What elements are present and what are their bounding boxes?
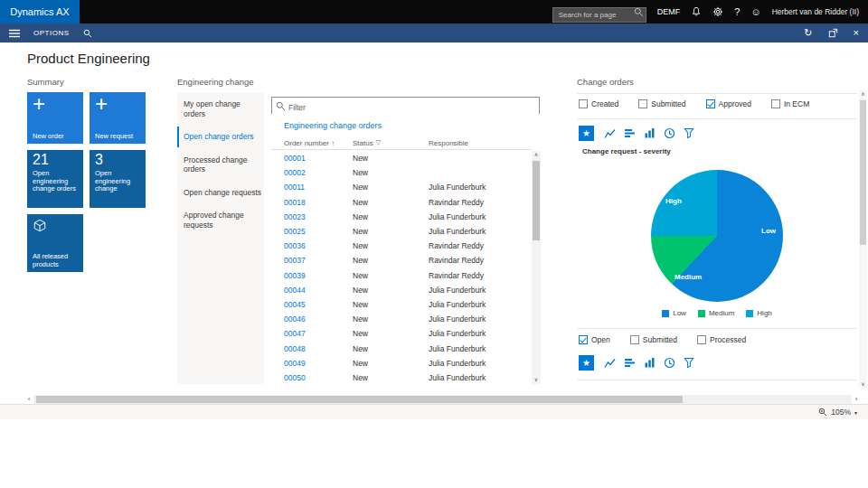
menu-item[interactable]: My open change orders [177,94,264,124]
close-icon[interactable]: × [854,28,859,38]
table-row[interactable]: 00037 New Ravindar Reddy [284,253,532,267]
checkbox-box [579,335,588,344]
column-header-order-number[interactable]: Order number ↑ [284,139,353,147]
menu-item[interactable]: Processed change orders [177,150,264,180]
order-number-link[interactable]: 00047 [284,329,353,338]
legend-label: High [757,309,771,317]
scroll-up-icon[interactable]: ∧ [532,151,541,159]
order-number-link[interactable]: 00001 [284,154,353,163]
order-number-link[interactable]: 00049 [284,359,353,368]
filter-checkbox[interactable]: Open [579,335,610,344]
zoom-control[interactable]: 105% ▾ [818,408,857,417]
help-icon[interactable]: ? [734,7,740,17]
order-number-link[interactable]: 00018 [284,198,353,207]
horizontal-scrollbar-track[interactable] [33,395,852,404]
metric-tile[interactable]: 3 Open engineering change [90,150,146,208]
history-clock-icon[interactable] [664,357,675,369]
filter-checkbox[interactable]: Approved [706,99,751,108]
table-row[interactable]: 00023 New Julia Funderburk [284,210,532,224]
order-number-link[interactable]: 00036 [284,241,353,250]
favorite-star-button[interactable]: ★ [579,126,594,141]
menu-item[interactable]: Open change requests [177,183,264,203]
bar-chart-icon[interactable] [624,357,636,369]
scroll-right-icon[interactable]: › [852,395,861,404]
table-row[interactable]: 00048 New Julia Funderburk [284,341,532,355]
table-row[interactable]: 00050 New Julia Funderburk [284,371,532,384]
line-chart-icon[interactable] [604,357,616,369]
order-number-link[interactable]: 00046 [284,314,353,324]
line-chart-icon[interactable] [604,127,616,139]
hamburger-menu-icon[interactable] [9,29,20,38]
scroll-down-icon[interactable]: ∨ [532,376,541,384]
company-selector[interactable]: DEMF [657,7,681,16]
metric-tile[interactable]: 21 Open engineering change orders [27,150,83,208]
order-number-link[interactable]: 00045 [284,300,353,309]
table-row[interactable]: 00002 New [284,165,532,180]
filter-icon[interactable] [684,357,694,368]
grid-title-link[interactable]: Engineering change orders [284,121,382,130]
table-row[interactable]: 00044 New Julia Funderburk [284,283,532,297]
action-tile[interactable]: + New order [27,92,83,144]
menu-item[interactable]: Approved change requests [177,205,264,235]
status-cell: New [353,359,429,368]
filter-checkbox[interactable]: In ECM [771,99,809,108]
all-released-products-tile[interactable]: All released products [27,214,83,272]
menu-item[interactable]: Open change orders [177,127,264,147]
grid-vertical-scrollbar[interactable]: ∧ ∨ [532,151,541,384]
table-row[interactable]: 00039 New Ravindar Reddy [284,268,532,283]
order-number-link[interactable]: 00050 [284,373,353,382]
table-row[interactable]: 00025 New Julia Funderburk [284,224,532,239]
notifications-bell-icon[interactable] [691,6,702,17]
table-row[interactable]: 00018 New Ravindar Reddy [284,195,532,210]
app-brand[interactable]: Dynamics AX [0,0,80,23]
filter-checkbox[interactable]: Submitted [638,99,685,108]
order-number-link[interactable]: 00002 [284,168,353,177]
global-search-input[interactable] [552,7,646,23]
popout-icon[interactable] [828,28,838,38]
user-name[interactable]: Herbert van de Ridder (II) [772,7,859,16]
filter-checkbox[interactable]: Processed [697,335,746,344]
horizontal-scrollbar-thumb[interactable] [36,396,683,403]
filter-icon[interactable] [684,127,694,138]
settings-gear-icon[interactable] [712,6,723,17]
scroll-left-icon[interactable]: ‹ [24,395,33,404]
table-row[interactable]: 00036 New Ravindar Reddy [284,239,532,253]
order-number-link[interactable]: 00023 [284,212,353,221]
order-number-link[interactable]: 00048 [284,344,353,353]
options-tab[interactable]: OPTIONS [33,29,70,37]
order-number-link[interactable]: 00025 [284,227,353,236]
table-row[interactable]: 00045 New Julia Funderburk [284,297,532,312]
order-number-link[interactable]: 00039 [284,271,353,280]
order-number-link[interactable]: 00011 [284,183,353,192]
bar-chart-icon[interactable] [624,127,636,139]
nav-search-icon[interactable] [83,29,92,38]
page-vertical-scrollbar[interactable]: ∧ ∨ [859,90,867,389]
grid-filter-input[interactable] [272,100,539,116]
grid-scrollbar-thumb[interactable] [533,161,540,240]
filter-checkbox[interactable]: Submitted [630,335,677,344]
order-number-link[interactable]: 00044 [284,286,353,295]
filter-checkbox[interactable]: Created [579,99,618,108]
column-header-status[interactable]: Status ▽ [353,139,429,147]
search-icon[interactable] [634,7,644,17]
refresh-icon[interactable]: ↻ [804,28,812,38]
column-chart-icon[interactable] [644,127,656,139]
pie-chart[interactable] [651,170,783,302]
pie-label-medium: Medium [675,273,702,281]
page-scrollbar-thumb[interactable] [860,100,866,245]
feedback-smiley-icon[interactable]: ☺ [750,7,760,17]
action-tile[interactable]: + New request [90,92,146,144]
table-row[interactable]: 00049 New Julia Funderburk [284,356,532,371]
table-row[interactable]: 00047 New Julia Funderburk [284,326,532,341]
favorite-star-button[interactable]: ★ [579,355,594,371]
column-chart-icon[interactable] [644,357,656,369]
table-row[interactable]: 00011 New Julia Funderburk [284,180,532,194]
horizontal-scrollbar[interactable]: ‹ › [24,395,861,404]
history-clock-icon[interactable] [664,127,675,139]
scroll-down-icon[interactable]: ∨ [859,380,867,389]
order-number-link[interactable]: 00037 [284,256,353,265]
table-row[interactable]: 00001 New [284,151,532,165]
table-row[interactable]: 00046 New Julia Funderburk [284,312,532,326]
scroll-up-icon[interactable]: ∧ [859,90,867,99]
column-header-responsible[interactable]: Responsible [429,139,532,147]
